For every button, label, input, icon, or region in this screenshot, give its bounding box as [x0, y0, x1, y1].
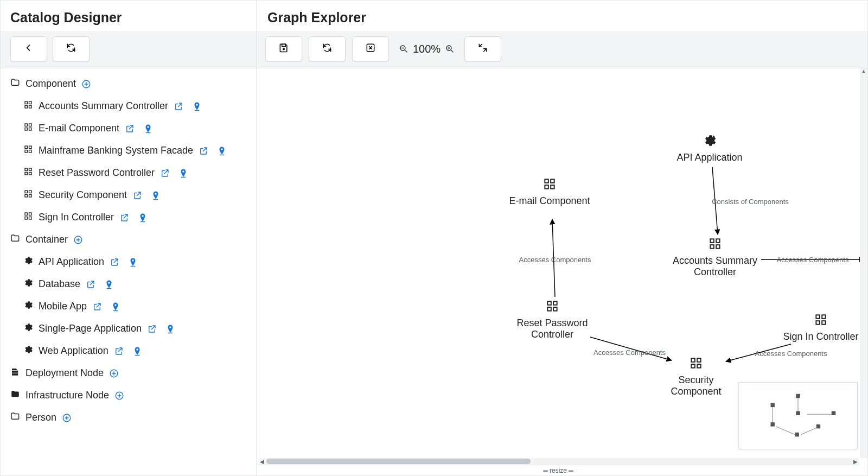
- resize-handle[interactable]: ═ resize ═: [257, 465, 860, 475]
- grid-icon: [689, 356, 703, 370]
- catalog-designer-panel: Catalog Designer ComponentAccounts Summa…: [1, 1, 257, 475]
- pin-icon[interactable]: [111, 302, 120, 312]
- pin-icon[interactable]: [165, 324, 175, 334]
- tree-group-label: Container: [25, 234, 68, 245]
- grid-icon: [23, 189, 33, 201]
- grid-icon: [545, 299, 559, 313]
- open-external-icon[interactable]: [147, 324, 157, 334]
- tree-group[interactable]: Container: [1, 229, 256, 251]
- delete-button[interactable]: [352, 36, 389, 61]
- pin-icon[interactable]: [192, 101, 202, 111]
- tree-item[interactable]: E-mail Component: [1, 117, 256, 139]
- open-external-icon[interactable]: [174, 101, 183, 111]
- resize-label: resize: [550, 467, 567, 474]
- catalog-tree[interactable]: ComponentAccounts Summary ControllerE-ma…: [1, 68, 256, 475]
- zoom-in-icon[interactable]: [445, 44, 455, 54]
- tree-item-label: Reset Password Controller: [39, 167, 155, 179]
- open-external-icon[interactable]: [92, 302, 102, 312]
- minimap-svg: [742, 386, 854, 446]
- graph-node-label: Security Component: [671, 375, 721, 397]
- add-button[interactable]: [73, 235, 83, 245]
- add-button[interactable]: [81, 79, 91, 89]
- add-button[interactable]: [62, 413, 72, 423]
- tree-item[interactable]: Mobile App: [1, 295, 256, 318]
- gear-icon: [23, 256, 33, 268]
- svg-rect-25: [770, 422, 774, 426]
- grid-icon: [708, 237, 722, 251]
- collapse-arrows-icon: [477, 42, 488, 56]
- graph-node[interactable]: Accounts Summary Controller: [672, 237, 758, 277]
- tree-group[interactable]: Infrastructure Node: [1, 384, 256, 407]
- refresh-graph-button[interactable]: [309, 36, 346, 61]
- catalog-designer-title: Catalog Designer: [1, 1, 256, 31]
- tree-item[interactable]: Reset Password Controller: [1, 162, 256, 184]
- zoom-out-icon[interactable]: [399, 44, 409, 54]
- graph-node-label: Reset Password Controller: [516, 318, 588, 340]
- open-external-icon[interactable]: [132, 191, 142, 200]
- tree-item[interactable]: API Application: [1, 251, 256, 273]
- tree-item[interactable]: Mainframe Banking System Facade: [1, 139, 256, 162]
- tree-item[interactable]: Security Component: [1, 184, 256, 206]
- delete-icon: [365, 42, 376, 56]
- svg-rect-23: [796, 411, 800, 415]
- graph-node[interactable]: API Application: [666, 134, 753, 163]
- add-button[interactable]: [109, 369, 119, 378]
- save-button[interactable]: [265, 36, 302, 61]
- pin-icon[interactable]: [128, 257, 138, 267]
- graph-explorer-panel: Graph Explorer 100%: [257, 1, 867, 475]
- back-button[interactable]: [10, 36, 47, 61]
- svg-rect-27: [795, 433, 799, 436]
- grid-icon: [23, 122, 33, 135]
- folder-outline-icon: [10, 78, 20, 90]
- open-external-icon[interactable]: [119, 213, 129, 223]
- tree-item[interactable]: Web Application: [1, 340, 256, 362]
- graph-node[interactable]: E-mail Component: [506, 177, 593, 207]
- horizontal-scrollbar[interactable]: ◀ ▶: [259, 458, 859, 465]
- tree-item-label: API Application: [39, 256, 104, 268]
- vertical-scrollbar[interactable]: ▲: [860, 68, 867, 458]
- save-icon: [278, 42, 289, 56]
- fit-button[interactable]: [464, 36, 501, 61]
- graph-node[interactable]: Reset Password Controller: [509, 299, 596, 340]
- minimap[interactable]: [738, 382, 858, 449]
- open-external-icon[interactable]: [114, 346, 124, 356]
- tree-group[interactable]: Deployment Node: [1, 362, 256, 384]
- tree-item-label: Security Component: [39, 189, 127, 201]
- folder-outline-icon: [10, 411, 20, 424]
- graph-node[interactable]: Security Component: [653, 356, 739, 397]
- svg-rect-24: [832, 411, 835, 415]
- refresh-button[interactable]: [53, 36, 90, 61]
- pin-icon[interactable]: [217, 146, 227, 156]
- open-external-icon[interactable]: [125, 124, 135, 134]
- tree-group[interactable]: Person: [1, 407, 256, 429]
- tree-item[interactable]: Accounts Summary Controller: [1, 95, 256, 117]
- pin-icon[interactable]: [151, 191, 161, 200]
- tree-group-label: Deployment Node: [25, 367, 104, 379]
- tree-item[interactable]: Database: [1, 273, 256, 295]
- zoom-level: 100%: [413, 43, 441, 55]
- tree-item-label: E-mail Component: [39, 123, 119, 134]
- pin-icon[interactable]: [178, 168, 188, 178]
- svg-line-20: [801, 428, 818, 435]
- tree-item[interactable]: Single-Page Application: [1, 318, 256, 340]
- gear-icon: [23, 345, 33, 357]
- pin-icon[interactable]: [132, 346, 142, 356]
- open-external-icon[interactable]: [86, 280, 95, 289]
- open-external-icon[interactable]: [160, 168, 170, 178]
- edge-label: Accesses Components: [519, 255, 591, 263]
- grid-icon: [23, 100, 33, 112]
- refresh-icon: [66, 42, 76, 56]
- add-button[interactable]: [114, 391, 124, 401]
- tree-group[interactable]: Component: [1, 73, 256, 95]
- graph-node-label: Accounts Summary Controller: [673, 255, 757, 277]
- tree-item[interactable]: Sign In Controller: [1, 206, 256, 229]
- open-external-icon[interactable]: [110, 257, 119, 267]
- svg-rect-26: [816, 424, 820, 428]
- graph-canvas[interactable]: API ApplicationE-mail ComponentAccounts …: [257, 68, 867, 475]
- open-external-icon[interactable]: [199, 146, 208, 156]
- pin-icon[interactable]: [138, 213, 148, 223]
- edge-label: Accesses Components: [755, 350, 827, 358]
- pin-icon[interactable]: [143, 124, 153, 134]
- graph-node[interactable]: Sign In Controller: [777, 313, 864, 342]
- pin-icon[interactable]: [104, 280, 114, 289]
